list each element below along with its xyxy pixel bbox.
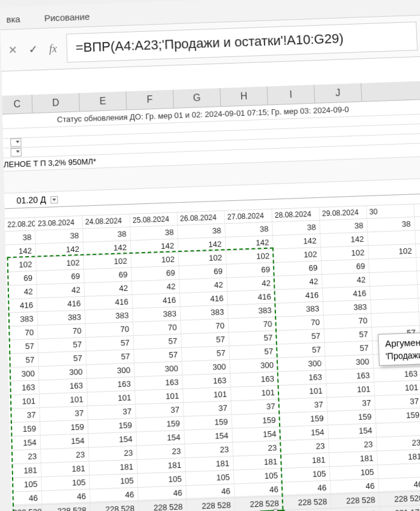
data-cell[interactable]: 383 <box>323 300 371 315</box>
data-cell[interactable]: 159 <box>232 413 281 428</box>
data-cell[interactable]: 38 <box>83 227 131 242</box>
data-cell[interactable]: 163 <box>182 374 230 389</box>
data-cell[interactable]: 181 <box>233 455 282 470</box>
data-cell[interactable]: 46 <box>186 484 235 499</box>
data-cell[interactable]: 38 <box>5 230 36 244</box>
date-header-cell[interactable]: 27.08.2024 <box>224 209 272 223</box>
data-cell[interactable]: 57 <box>229 331 277 346</box>
data-cell[interactable]: 383 <box>7 312 38 326</box>
data-cell[interactable]: 102 <box>36 256 84 270</box>
data-cell[interactable]: 300 <box>86 363 134 378</box>
data-cell[interactable]: 57 <box>277 343 325 358</box>
data-cell[interactable]: 38 <box>35 229 83 244</box>
spreadsheet-grid[interactable]: C D E F G H I J Статус обновления ДО: Гр… <box>2 57 420 504</box>
data-cell[interactable]: 23 <box>233 441 281 456</box>
data-cell[interactable]: 159 <box>40 420 88 435</box>
data-cell[interactable]: 101 <box>326 382 375 397</box>
data-cell[interactable]: 57 <box>182 346 230 361</box>
data-cell[interactable]: 102 <box>226 250 274 264</box>
data-cell[interactable]: 300 <box>230 358 278 373</box>
data-cell[interactable]: 142 <box>178 238 226 252</box>
data-cell[interactable]: 57 <box>229 344 277 359</box>
data-cell[interactable]: 142 <box>83 241 131 255</box>
data-cell[interactable]: 102 <box>321 246 369 260</box>
data-cell[interactable]: 163 <box>326 368 374 383</box>
data-cell[interactable]: 101 <box>279 384 328 399</box>
data-cell[interactable]: 159 <box>136 417 185 432</box>
data-cell[interactable]: 102 <box>368 244 416 258</box>
data-cell[interactable]: 37 <box>136 403 184 418</box>
data-cell[interactable]: 102 <box>179 251 227 265</box>
data-cell[interactable]: 416 <box>275 288 323 303</box>
date-header-cell[interactable]: 22.08.2024 <box>5 218 35 231</box>
filter-icon[interactable] <box>11 148 22 157</box>
data-cell[interactable]: 23 <box>329 437 377 452</box>
col-header[interactable]: J <box>314 83 362 103</box>
data-cell[interactable]: 57 <box>8 339 39 354</box>
data-cell[interactable]: 70 <box>181 319 229 334</box>
data-cell[interactable]: 23 <box>89 446 137 461</box>
data-cell[interactable]: 181 <box>281 453 330 468</box>
date-header-cell[interactable]: 23.08.2024 <box>35 216 83 230</box>
data-cell[interactable] <box>371 312 419 327</box>
data-cell[interactable]: 38 <box>367 217 415 232</box>
data-cell[interactable]: 142 <box>36 242 84 257</box>
data-cell[interactable]: 383 <box>133 307 181 322</box>
data-cell[interactable]: 159 <box>10 422 41 436</box>
data-cell[interactable]: 38 <box>225 222 273 236</box>
total-cell[interactable]: 228 528 <box>187 498 235 511</box>
data-cell[interactable]: 163 <box>87 377 135 392</box>
data-cell[interactable]: 101 <box>374 381 420 396</box>
data-cell[interactable]: 57 <box>38 338 86 353</box>
data-cell[interactable]: 46 <box>283 481 331 496</box>
data-cell[interactable]: 416 <box>227 290 275 304</box>
col-header[interactable]: H <box>220 86 268 106</box>
data-cell[interactable]: 23 <box>10 449 41 464</box>
data-cell[interactable]: 23 <box>281 439 329 454</box>
col-header[interactable]: C <box>2 95 32 114</box>
data-cell[interactable]: 105 <box>41 476 90 491</box>
data-cell[interactable]: 57 <box>134 334 182 349</box>
date-header-cell[interactable]: 26.08.2024 <box>178 211 226 225</box>
data-cell[interactable]: 102 <box>83 254 131 269</box>
accept-icon[interactable]: ✓ <box>26 43 40 56</box>
data-cell[interactable]: 101 <box>40 392 88 407</box>
data-cell[interactable]: 105 <box>11 477 42 492</box>
data-cell[interactable]: 142 <box>5 244 36 258</box>
data-cell[interactable]: 42 <box>37 283 85 297</box>
data-cell[interactable]: 154 <box>184 429 233 444</box>
data-cell[interactable]: 69 <box>322 260 370 274</box>
dropdown-icon[interactable] <box>50 196 58 204</box>
data-cell[interactable]: 70 <box>7 326 38 340</box>
data-cell[interactable] <box>368 231 416 245</box>
data-cell[interactable]: 57 <box>86 350 134 365</box>
data-cell[interactable] <box>371 299 419 314</box>
data-cell[interactable]: 23 <box>377 436 420 451</box>
data-cell[interactable]: 416 <box>85 295 133 309</box>
data-cell[interactable]: 383 <box>275 302 323 317</box>
data-cell[interactable]: 181 <box>137 458 186 473</box>
data-cell[interactable]: 154 <box>328 423 377 438</box>
data-cell[interactable]: 46 <box>235 482 283 497</box>
col-header[interactable]: I <box>268 85 316 104</box>
data-cell[interactable]: 46 <box>42 489 91 504</box>
data-cell[interactable]: 57 <box>181 332 229 347</box>
data-cell[interactable]: 70 <box>324 314 372 329</box>
data-cell[interactable]: 57 <box>325 327 373 342</box>
data-cell[interactable]: 383 <box>181 305 229 320</box>
data-cell[interactable]: 300 <box>325 355 373 370</box>
data-cell[interactable]: 154 <box>89 432 137 447</box>
data-cell[interactable]: 23 <box>41 448 89 463</box>
data-cell[interactable]: 416 <box>323 287 371 301</box>
data-cell[interactable]: 142 <box>320 232 368 247</box>
data-cell[interactable]: 159 <box>376 408 420 423</box>
date-header-cell[interactable]: 30 <box>367 205 415 218</box>
data-cell[interactable]: 163 <box>230 372 278 387</box>
data-cell[interactable]: 42 <box>322 273 370 287</box>
data-cell[interactable]: 69 <box>37 269 85 284</box>
data-cell[interactable]: 181 <box>377 450 420 465</box>
data-cell[interactable] <box>370 271 418 285</box>
date-header-cell[interactable]: 28.08.2024 <box>272 208 320 221</box>
data-cell[interactable]: 181 <box>329 451 378 466</box>
data-cell[interactable]: 37 <box>279 398 328 413</box>
